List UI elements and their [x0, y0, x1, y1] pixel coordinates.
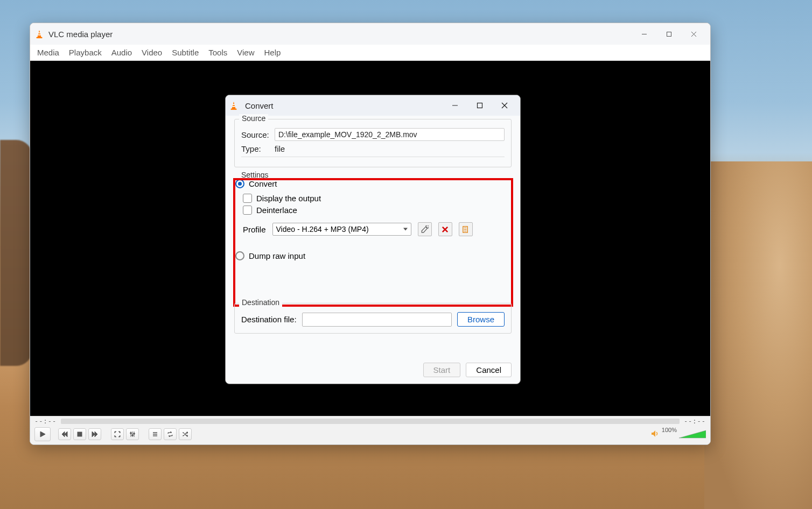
- svg-rect-1: [38, 32, 41, 33]
- svg-point-19: [134, 433, 135, 435]
- type-value: file: [275, 144, 505, 153]
- menu-help[interactable]: Help: [260, 46, 286, 59]
- vlc-cone-icon: [229, 101, 239, 110]
- seek-bar[interactable]: [61, 419, 680, 424]
- settings-legend: Settings: [239, 171, 271, 179]
- menu-audio[interactable]: Audio: [107, 46, 137, 59]
- menu-media[interactable]: Media: [32, 46, 64, 59]
- main-titlebar[interactable]: VLC media player: [30, 23, 710, 45]
- menu-view[interactable]: View: [232, 46, 259, 59]
- svg-marker-0: [37, 30, 41, 38]
- menu-subtitle[interactable]: Subtitle: [167, 46, 204, 59]
- destination-legend: Destination: [239, 298, 282, 307]
- svg-marker-13: [95, 432, 97, 437]
- main-title: VLC media player: [48, 30, 113, 39]
- minimize-button[interactable]: [632, 25, 656, 43]
- svg-point-33: [426, 227, 427, 228]
- destination-label: Destination file:: [241, 315, 297, 324]
- playlist-button[interactable]: [149, 428, 162, 440]
- loop-button[interactable]: [164, 428, 177, 440]
- svg-point-18: [132, 435, 134, 436]
- volume-slider[interactable]: [679, 430, 706, 439]
- convert-dialog: Convert Source Source: D:\file_example_M…: [225, 95, 521, 384]
- start-button[interactable]: Start: [423, 363, 461, 377]
- svg-marker-25: [232, 102, 235, 109]
- delete-profile-button[interactable]: [438, 222, 452, 236]
- source-value[interactable]: D:\file_example_MOV_1920_2_2MB.mov: [275, 128, 505, 141]
- type-label: Type:: [241, 144, 275, 153]
- extended-settings-button[interactable]: [126, 428, 139, 440]
- settings-fieldset: Settings Convert Display the output Dein…: [234, 173, 512, 298]
- svg-marker-8: [40, 432, 45, 437]
- prev-button[interactable]: [58, 428, 71, 440]
- svg-rect-30: [478, 103, 482, 108]
- profile-dropdown[interactable]: Video - H.264 + MP3 (MP4): [272, 223, 411, 236]
- dialog-title: Convert: [245, 101, 274, 110]
- menu-video[interactable]: Video: [137, 46, 167, 59]
- speaker-icon[interactable]: [651, 430, 660, 439]
- dialog-footer: Start Cancel: [226, 358, 520, 384]
- shuffle-button[interactable]: [179, 428, 192, 440]
- dialog-minimize-button[interactable]: [443, 97, 467, 114]
- svg-rect-3: [37, 37, 43, 38]
- display-output-row[interactable]: Display the output: [243, 194, 510, 203]
- new-profile-button[interactable]: [459, 222, 473, 236]
- maximize-button[interactable]: [656, 25, 681, 43]
- source-legend: Source: [239, 114, 268, 123]
- svg-rect-11: [78, 432, 82, 436]
- convert-radio-label: Convert: [249, 179, 277, 188]
- dump-radio-label: Dump raw input: [249, 251, 305, 260]
- convert-radio-row[interactable]: Convert: [235, 179, 510, 188]
- svg-marker-10: [65, 432, 67, 437]
- svg-marker-23: [652, 430, 655, 437]
- profile-value: Video - H.264 + MP3 (MP4): [276, 225, 369, 234]
- menu-tools[interactable]: Tools: [204, 46, 232, 59]
- svg-marker-12: [92, 432, 95, 437]
- vlc-cone-icon: [34, 29, 44, 39]
- svg-rect-28: [231, 109, 237, 110]
- source-label: Source:: [241, 130, 275, 139]
- dialog-titlebar[interactable]: Convert: [226, 95, 520, 116]
- time-elapsed: --:--: [34, 418, 57, 425]
- volume-label: 100%: [662, 427, 677, 433]
- deinterlace-row[interactable]: Deinterlace: [243, 206, 510, 215]
- convert-radio[interactable]: [235, 179, 244, 188]
- svg-point-17: [130, 433, 132, 434]
- svg-rect-5: [667, 32, 671, 36]
- svg-rect-27: [232, 106, 235, 107]
- menubar: Media Playback Audio Video Subtitle Tool…: [30, 45, 710, 61]
- deinterlace-checkbox[interactable]: [243, 206, 252, 215]
- edit-profile-button[interactable]: [418, 222, 432, 236]
- fullscreen-button[interactable]: [111, 428, 124, 440]
- svg-rect-2: [38, 34, 40, 36]
- dump-radio-row[interactable]: Dump raw input: [235, 251, 510, 260]
- dialog-close-button[interactable]: [492, 97, 517, 114]
- bottom-bar: --:-- --:-- 100%: [30, 416, 710, 444]
- dialog-maximize-button[interactable]: [467, 97, 492, 114]
- dump-radio[interactable]: [235, 251, 244, 260]
- play-button[interactable]: [34, 427, 51, 441]
- display-output-label: Display the output: [256, 194, 321, 203]
- browse-button[interactable]: Browse: [457, 312, 505, 327]
- deinterlace-label: Deinterlace: [256, 206, 297, 215]
- svg-marker-9: [62, 432, 65, 437]
- menu-playback[interactable]: Playback: [64, 46, 107, 59]
- profile-label: Profile: [243, 225, 266, 234]
- stop-button[interactable]: [73, 428, 86, 440]
- next-button[interactable]: [88, 428, 101, 440]
- close-button[interactable]: [681, 25, 706, 43]
- destination-fieldset: Destination Destination file: Browse: [234, 303, 512, 334]
- cancel-button[interactable]: Cancel: [466, 363, 512, 377]
- source-fieldset: Source Source: D:\file_example_MOV_1920_…: [234, 119, 512, 167]
- svg-marker-24: [679, 430, 706, 438]
- display-output-checkbox[interactable]: [243, 194, 252, 203]
- time-total: --:--: [684, 418, 706, 425]
- svg-rect-26: [233, 104, 235, 105]
- destination-input[interactable]: [302, 313, 452, 327]
